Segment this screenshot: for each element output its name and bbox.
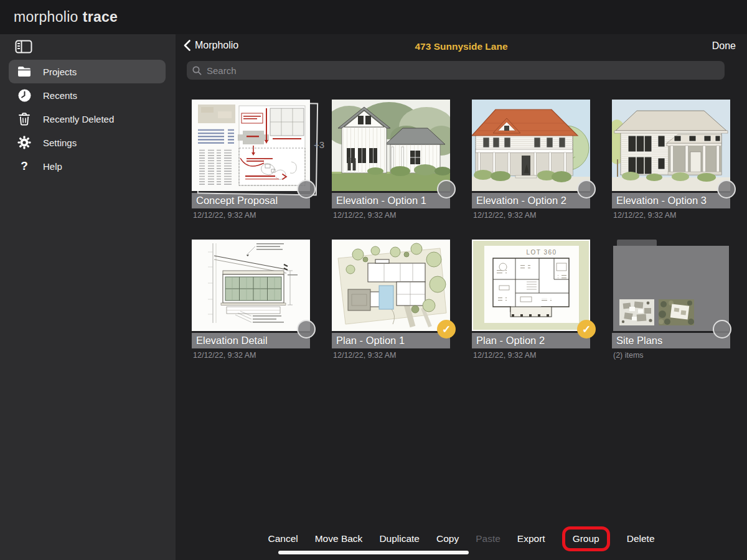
project-title: Elevation - Option 1 [336, 195, 426, 207]
project-title-bar: Plan - Option 1 [332, 333, 450, 348]
project-date: 12/12/22, 9:32 AM [613, 211, 730, 220]
thumbnail-plan-option-2: LOT 360 ✓ [472, 240, 590, 331]
thumbnail-elevation-detail [192, 240, 310, 331]
thumbnail-elevation-option-1 [332, 100, 450, 191]
sidebar-item-label: Settings [43, 138, 77, 148]
project-title-bar: Elevation Detail [192, 333, 310, 348]
project-title: Plan - Option 2 [476, 335, 545, 347]
folder-body [613, 246, 729, 331]
checkmark-icon: ✓ [442, 324, 451, 335]
sidebar-item-settings[interactable]: Settings [9, 131, 166, 154]
sidebar-item-label: Recently Deleted [43, 114, 114, 124]
project-title-bar: Elevation - Option 3 [612, 193, 730, 208]
project-title: Plan - Option 1 [336, 335, 405, 347]
done-button[interactable]: Done [712, 40, 736, 52]
copy-button[interactable]: Copy [436, 533, 459, 544]
sidebar: Projects Recents Recently Deleted [0, 34, 176, 560]
move-back-button[interactable]: Move Back [315, 533, 363, 544]
project-date: 12/12/22, 9:32 AM [333, 351, 450, 360]
selection-circle-unselected[interactable] [713, 320, 731, 338]
thumbnail-concept-proposal [192, 100, 310, 191]
sidebar-menu: Projects Recents Recently Deleted [9, 60, 166, 178]
sidebar-item-recents[interactable]: Recents [9, 83, 166, 107]
search-bar[interactable] [187, 61, 725, 80]
project-card-plan-option-2[interactable]: LOT 360 ✓ Plan - Option 2 12/12/22, 9:32… [472, 240, 590, 360]
sidebar-item-label: Projects [43, 67, 77, 77]
selection-circle-unselected[interactable] [297, 180, 316, 198]
project-date: 12/12/22, 9:32 AM [333, 211, 450, 220]
project-title: Elevation - Option 3 [616, 195, 707, 207]
project-title-bar: Elevation - Option 2 [472, 193, 590, 208]
project-date: 12/12/22, 9:32 AM [193, 211, 310, 220]
checkmark-icon: ✓ [582, 324, 591, 335]
project-date: 12/12/22, 9:32 AM [473, 351, 590, 360]
app-top-bar: morpholiotrace [0, 0, 747, 34]
trash-icon [17, 111, 32, 126]
sidebar-item-label: Recents [43, 90, 77, 101]
logo-trace: trace [83, 9, 118, 25]
project-title: Elevation Detail [196, 335, 268, 347]
bottom-action-toolbar: Cancel Move Back Duplicate Copy Paste Ex… [176, 526, 747, 552]
logo-morpholio: morpholio [14, 9, 78, 25]
sidebar-item-label: Help [43, 161, 62, 172]
duplicate-button[interactable]: Duplicate [379, 533, 420, 544]
project-date: 12/12/22, 9:32 AM [473, 211, 590, 220]
group-title: Site Plans [616, 335, 662, 347]
main-content: Morpholio 473 Sunnyside Lane Done [176, 34, 747, 560]
paste-button: Paste [476, 533, 500, 544]
thumbnail-plan-option-1: ✓ [332, 240, 450, 331]
group-item-count: (2) items [613, 351, 730, 360]
project-title-bar: Elevation - Option 1 [332, 193, 450, 208]
group-title-bar: Site Plans [612, 333, 730, 348]
selection-circle-unselected[interactable] [437, 180, 456, 198]
sidebar-item-help[interactable]: ? Help [9, 154, 166, 178]
selection-circle-unselected[interactable] [717, 180, 736, 198]
sidebar-item-projects[interactable]: Projects [9, 60, 166, 83]
thumbnail-elevation-option-2 [472, 100, 590, 191]
stack-count-badge: +3 [314, 139, 324, 150]
selection-circle-unselected[interactable] [297, 320, 316, 338]
project-title-bar: Plan - Option 2 [472, 333, 590, 348]
project-card-concept-proposal[interactable]: +3 Concept Proposal 12/12/22, 9:32 AM [192, 100, 310, 220]
app-logo: morpholiotrace [14, 9, 118, 26]
selection-circle-unselected[interactable] [577, 180, 596, 198]
project-card-elevation-option-3[interactable]: Elevation - Option 3 12/12/22, 9:32 AM [612, 100, 730, 220]
group-highlight-ring: Group [562, 526, 610, 551]
selection-circle-selected[interactable]: ✓ [437, 320, 456, 338]
group-button[interactable]: Group [573, 533, 599, 544]
project-card-site-plans-group[interactable]: Site Plans (2) items [612, 240, 730, 360]
export-button[interactable]: Export [517, 533, 545, 544]
project-card-elevation-option-1[interactable]: Elevation - Option 1 12/12/22, 9:32 AM [332, 100, 450, 220]
sidebar-toggle-icon[interactable] [15, 40, 32, 54]
project-card-elevation-detail[interactable]: Elevation Detail 12/12/22, 9:32 AM [192, 240, 310, 360]
group-item-thumbnail-1 [619, 299, 654, 325]
thumbnail-elevation-option-3 [612, 100, 730, 191]
project-title: Elevation - Option 2 [476, 195, 566, 207]
folder-icon [17, 64, 32, 79]
gear-icon [17, 135, 32, 150]
delete-button[interactable]: Delete [627, 533, 655, 544]
project-date: 12/12/22, 9:32 AM [193, 351, 310, 360]
project-card-plan-option-1[interactable]: ✓ Plan - Option 1 12/12/22, 9:32 AM [332, 240, 450, 360]
cancel-button[interactable]: Cancel [268, 533, 298, 544]
project-folder-title: 473 Sunnyside Lane [176, 41, 747, 52]
svg-text:LOT 360: LOT 360 [526, 249, 557, 256]
search-icon [192, 66, 202, 75]
project-title: Concept Proposal [196, 195, 278, 207]
help-icon: ? [17, 159, 32, 174]
search-input[interactable] [205, 65, 725, 77]
project-card-elevation-option-2[interactable]: Elevation - Option 2 12/12/22, 9:32 AM [472, 100, 590, 220]
home-indicator-bar[interactable] [278, 551, 469, 554]
folder-tab [617, 240, 657, 246]
thumbnail-site-plans-folder [612, 240, 730, 331]
sidebar-item-recently-deleted[interactable]: Recently Deleted [9, 107, 166, 131]
clock-icon [17, 88, 32, 103]
group-item-thumbnail-2 [659, 299, 694, 325]
selection-circle-selected[interactable]: ✓ [577, 320, 596, 338]
